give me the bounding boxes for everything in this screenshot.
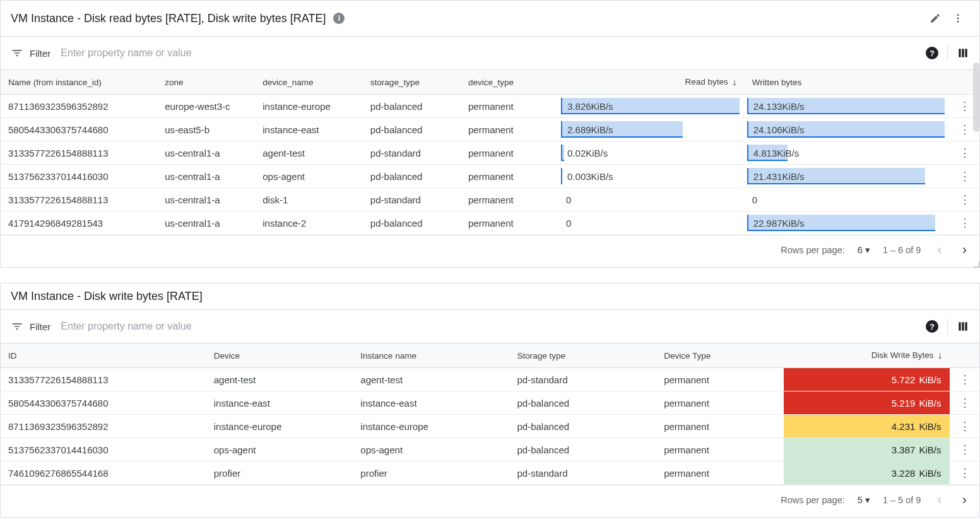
column-header[interactable]: storage_type [363, 70, 461, 95]
prev-page-button[interactable]: ‹ [933, 492, 945, 508]
table-row: 5805443306375744680us-east5-binstance-ea… [1, 118, 979, 141]
cell-dev: agent-test [255, 141, 363, 165]
cell-dt: permanent [656, 368, 784, 391]
row-actions-button[interactable]: ⋮ [950, 438, 979, 462]
filter-bar: Filter ? [1, 310, 979, 343]
cell-dt: permanent [656, 462, 784, 485]
heat-value: 3.228 [883, 468, 915, 479]
row-actions-button[interactable]: ⋮ [950, 165, 979, 188]
bar-value: 3.826KiB/s [562, 101, 613, 112]
cell-dt: permanent [656, 391, 784, 415]
columns-button[interactable] [957, 42, 969, 64]
next-page-button[interactable]: › [959, 242, 971, 258]
help-icon[interactable]: ? [926, 320, 938, 333]
svg-rect-7 [962, 322, 964, 330]
cell-st: pd-balanced [363, 95, 461, 118]
card-header: VM Instance - Disk write bytes [RATE] [1, 283, 979, 310]
bar-value: 24.106KiB/s [748, 124, 805, 135]
cell-zone: us-east5-b [157, 118, 255, 141]
pagination: Rows per page: 5 ▾ 1 – 5 of 9 ‹ › [1, 485, 979, 517]
rows-per-page-select[interactable]: 5 ▾ [858, 495, 870, 505]
cell-zone: us-central1-a [157, 212, 255, 235]
disk-rw-table: Name (from instance_id)zonedevice_namest… [1, 70, 979, 235]
table-row: 8711369323596352892instance-europeinstan… [1, 415, 979, 438]
cell-dev: instance-east [255, 118, 363, 141]
column-header[interactable]: zone [157, 70, 255, 95]
cell-st: pd-balanced [510, 415, 657, 438]
column-header[interactable]: device_name [255, 70, 363, 95]
cell-id: 417914296849281543 [1, 212, 157, 235]
column-header[interactable]: Device Type [656, 343, 784, 368]
read-bytes-cell: 0 [558, 212, 745, 235]
info-icon[interactable]: i [333, 13, 345, 24]
row-actions-button[interactable]: ⋮ [950, 415, 979, 438]
column-header[interactable]: device_type [461, 70, 558, 95]
rows-per-page-label: Rows per page: [781, 495, 845, 505]
column-header[interactable]: Name (from instance_id) [1, 70, 157, 95]
written-bytes-cell: 21.431KiB/s [745, 165, 950, 188]
bar-value: 0 [752, 194, 757, 205]
bar-value: 2.689KiB/s [562, 124, 613, 135]
disk-write-table: IDDeviceInstance nameStorage typeDevice … [1, 343, 979, 485]
svg-rect-5 [965, 49, 967, 57]
resize-handle[interactable] [974, 261, 980, 268]
column-header[interactable]: Device [206, 343, 353, 368]
row-actions-button[interactable]: ⋮ [950, 212, 979, 235]
row-actions-button[interactable]: ⋮ [950, 368, 979, 391]
prev-page-button[interactable]: ‹ [933, 242, 945, 258]
column-header[interactable]: Written bytes [745, 70, 950, 95]
bar-value: 0 [566, 194, 571, 205]
cell-dev: instance-europe [206, 415, 353, 438]
column-header[interactable]: Read bytes↓ [558, 70, 745, 95]
read-bytes-cell: 0.003KiB/s [558, 165, 745, 188]
cell-inst: instance-europe [353, 415, 509, 438]
edit-button[interactable] [924, 7, 947, 30]
kebab-icon [952, 13, 964, 24]
cell-id: 5805443306375744680 [1, 391, 206, 415]
cell-inst: profier [353, 462, 509, 485]
written-bytes-cell: 22.987KiB/s [745, 212, 950, 235]
next-page-button[interactable]: › [959, 492, 971, 508]
filter-input[interactable] [59, 47, 926, 59]
cell-id: 3133577226154888113 [1, 368, 206, 391]
table-row: 5137562337014416030ops-agentops-agentpd-… [1, 438, 979, 462]
card-title: VM Instance - Disk read bytes [RATE], Di… [11, 12, 326, 25]
scrollbar[interactable] [973, 63, 979, 138]
cell-st: pd-balanced [363, 165, 461, 188]
rows-per-page-select[interactable]: 6 ▾ [858, 245, 870, 255]
cell-dt: permanent [461, 118, 558, 141]
svg-point-0 [957, 14, 959, 16]
columns-button[interactable] [957, 315, 969, 338]
table-row: 7461096276865544168profierprofierpd-stan… [1, 462, 979, 485]
row-actions-button[interactable]: ⋮ [950, 141, 979, 165]
row-actions-button[interactable]: ⋮ [950, 391, 979, 415]
read-bytes-cell: 0.02KiB/s [558, 141, 745, 165]
help-icon[interactable]: ? [926, 47, 938, 59]
heat-value: 4.231 [883, 421, 915, 432]
cell-dt: permanent [461, 141, 558, 165]
cell-id: 5137562337014416030 [1, 165, 157, 188]
cell-id: 5137562337014416030 [1, 438, 206, 462]
svg-point-2 [957, 21, 959, 23]
cell-dt: permanent [461, 165, 558, 188]
bar-value: 21.431KiB/s [748, 171, 805, 182]
heat-unit: KiB/s [919, 468, 941, 479]
column-header[interactable]: Instance name [353, 343, 509, 368]
divider [947, 319, 948, 334]
more-options-button[interactable] [947, 7, 969, 30]
page-range: 1 – 5 of 9 [883, 495, 921, 505]
cell-st: pd-standard [510, 368, 657, 391]
row-actions-button[interactable]: ⋮ [950, 462, 979, 485]
sort-desc-icon: ↓ [937, 350, 942, 361]
row-actions-button[interactable]: ⋮ [950, 188, 979, 212]
column-header[interactable]: Disk Write Bytes↓ [784, 343, 950, 368]
heat-unit: KiB/s [919, 421, 941, 432]
table-row: 3133577226154888113us-central1-adisk-1pd… [1, 188, 979, 212]
cell-dev: ops-agent [255, 165, 363, 188]
filter-input[interactable] [59, 320, 926, 333]
cell-id: 8711369323596352892 [1, 415, 206, 438]
column-header[interactable]: ID [1, 343, 206, 368]
cell-zone: us-central1-a [157, 141, 255, 165]
column-header[interactable]: Storage type [510, 343, 657, 368]
cell-dev: disk-1 [255, 188, 363, 212]
